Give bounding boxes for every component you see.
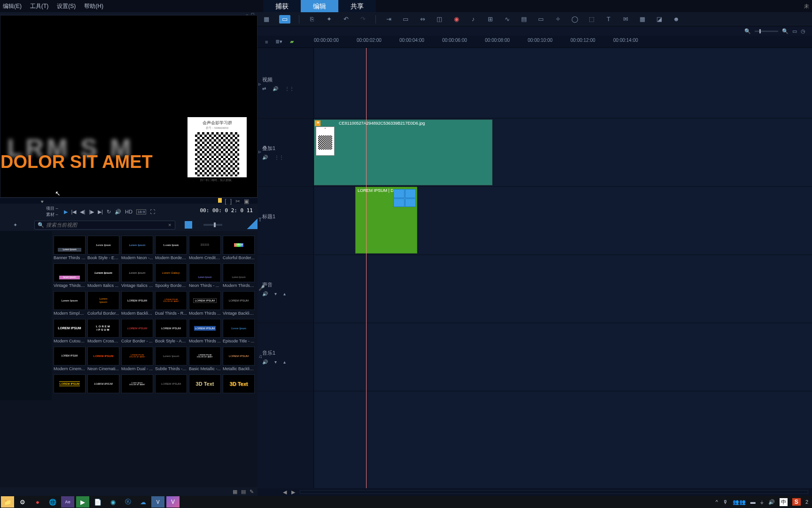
library-thumb[interactable]: LOREM IPSUMModern Backlig...: [121, 291, 153, 317]
mute-icon[interactable]: 🔊: [273, 86, 278, 91]
step-fwd-icon[interactable]: |▶: [89, 209, 94, 215]
library-thumb[interactable]: LOREM IPSUMColor Border - ...: [121, 319, 153, 345]
library-thumb[interactable]: LOREM IPSUMModern Thirds ...: [189, 291, 221, 317]
audio-icon[interactable]: ♪: [469, 15, 477, 24]
tray-ime[interactable]: 中: [780, 498, 788, 506]
step-back-icon[interactable]: ◀|: [80, 209, 85, 215]
tray-people-icon[interactable]: 👥👥: [733, 499, 746, 505]
library-thumb[interactable]: Lorem IpsumModern Thirds -...: [223, 263, 255, 289]
play-icon[interactable]: ▶: [64, 209, 68, 215]
volume-icon[interactable]: 🔊: [115, 209, 121, 215]
library-thumb[interactable]: Lorem IpsumVintage Italics -...: [121, 263, 153, 289]
tools-icon[interactable]: ✦: [325, 15, 333, 24]
library-thumb[interactable]: LOREM IPSUMModern Thirds ...: [189, 319, 221, 345]
stretch-icon[interactable]: ⇔: [418, 15, 427, 24]
ar-stickers-icon[interactable]: ☻: [672, 15, 680, 24]
track-music-header[interactable]: ♫ 音乐1 🔊 ▾ ▴: [258, 323, 313, 391]
library-thumb[interactable]: LOREM IPSUMMetallic Backlig...: [223, 347, 255, 373]
fullscreen-icon[interactable]: ⛶: [150, 209, 155, 214]
lane-video[interactable]: [314, 48, 812, 119]
library-thumb[interactable]: Lorem IpsumModern Border ...: [155, 236, 187, 262]
lib-tool-1-icon[interactable]: ▦: [233, 489, 237, 495]
timecode-display[interactable]: 00: 00: 0 2: 0 11: [200, 207, 253, 214]
library-thumb[interactable]: LOREM IPSUM: [155, 374, 187, 396]
library-category-sidebar[interactable]: [0, 231, 52, 400]
library-thumb[interactable]: Lorem IpsumModern Simple...: [54, 291, 86, 317]
library-search[interactable]: 🔍 ×: [34, 221, 175, 230]
undo-icon[interactable]: ↶: [342, 15, 350, 24]
fit-project-icon[interactable]: ⇥: [384, 15, 393, 24]
lane-voice[interactable]: [314, 255, 812, 323]
library-thumb[interactable]: 3D Text: [223, 374, 255, 396]
tab-capture[interactable]: 捕获: [263, 0, 301, 13]
expand-icon[interactable]: ▾: [274, 359, 277, 365]
tray-expand-icon[interactable]: ^: [716, 499, 718, 505]
tracking-icon[interactable]: ✧: [554, 15, 562, 24]
360-icon[interactable]: ⬚: [587, 15, 596, 24]
library-thumb[interactable]: Lorem GalaxySpooky Border ...: [155, 263, 187, 289]
tb-videostudio-icon[interactable]: V: [166, 496, 180, 508]
prev-frame-icon[interactable]: |◀: [71, 209, 77, 215]
tray-sogou-icon[interactable]: S: [792, 498, 801, 506]
lane-title[interactable]: LOREM IPSUM | DOL: [314, 187, 812, 255]
text-icon[interactable]: T: [604, 15, 613, 24]
library-thumb[interactable]: Lorem IpsumModern Neon -...: [121, 236, 153, 262]
pan-zoom-icon[interactable]: ▭: [401, 15, 410, 24]
next-frame-icon[interactable]: ▶|: [98, 209, 103, 215]
tb-chrome-icon[interactable]: 🌐: [46, 496, 59, 508]
library-thumb[interactable]: LOREM IPSUMModern Cutout ...: [54, 319, 86, 345]
tray-volume-icon[interactable]: 🔊: [768, 499, 775, 505]
collapse-icon[interactable]: ▴: [283, 359, 286, 365]
crop-icon[interactable]: ◫: [435, 15, 444, 24]
lane-overlay[interactable]: ★ CE81100527A294892C536339B217E0D6.jpg ●: [314, 119, 812, 187]
timeline-scrollbar[interactable]: [300, 490, 808, 494]
lock-icon[interactable]: ⋮⋮: [274, 155, 284, 160]
zoom-slider[interactable]: [755, 31, 778, 32]
library-thumb[interactable]: LOREMIPSUMModern Crossw...: [87, 319, 119, 345]
tb-media-icon[interactable]: ▶: [76, 496, 89, 508]
library-thumb[interactable]: Lorem IpsumDOLOR SIT AMET: [121, 374, 153, 396]
menu-help[interactable]: 帮助(H): [84, 2, 103, 10]
fx-icon[interactable]: ✦: [13, 222, 17, 228]
tray-icon-1[interactable]: 🎙: [723, 499, 728, 505]
scroll-left-icon[interactable]: ◀: [283, 489, 287, 495]
mute-icon[interactable]: 🔊: [262, 155, 268, 160]
mute-icon[interactable]: 🔊: [262, 359, 268, 365]
zoom-out-icon[interactable]: 🔍: [744, 28, 751, 34]
library-thumb[interactable]: 3D Text: [189, 374, 221, 396]
collapse-icon[interactable]: ▴: [283, 291, 286, 296]
library-thumb[interactable]: LoremIpsumColorful Border...: [87, 291, 119, 317]
scrub-handle[interactable]: [218, 198, 222, 203]
library-thumb[interactable]: LOREM IPSUMBook Style - Ap...: [155, 319, 187, 345]
library-thumb[interactable]: LOREM IPSUMDOLOR SIT AMETBasic Metallic …: [189, 347, 221, 373]
snapshot-icon[interactable]: ▣: [244, 198, 249, 205]
color-grade-icon[interactable]: ▦: [638, 15, 647, 24]
search-input[interactable]: [46, 222, 168, 228]
scroll-right-icon[interactable]: ▶: [291, 489, 295, 495]
zoom-in-icon[interactable]: 🔍: [782, 28, 789, 34]
tb-kugou-icon[interactable]: Ⓚ: [121, 496, 134, 508]
lib-tool-2-icon[interactable]: ▤: [241, 489, 246, 495]
mute-icon[interactable]: 🔊: [262, 291, 268, 296]
play-mode-labels[interactable]: 项目 – 素材 –: [46, 206, 58, 218]
library-thumb[interactable]: Lorem IpsumNeon Thirds - ...: [189, 263, 221, 289]
list-icon[interactable]: ≡: [265, 39, 268, 45]
tb-edge-icon[interactable]: ◉: [106, 496, 119, 508]
library-thumb[interactable]: LOREM IPSUMModern Cinem...: [54, 347, 86, 373]
title-clip[interactable]: LOREM IPSUM | DOL: [355, 187, 417, 254]
multi-trim-icon[interactable]: ⊞: [486, 15, 494, 24]
track-voice-header[interactable]: 🎤 声音 🔊 ▾ ▴: [258, 255, 313, 323]
library-thumb[interactable]: LOREM IPSUMDOLOR SIT AMETModern Dual - .…: [121, 347, 153, 373]
tb-ae-icon[interactable]: Ae: [61, 496, 74, 508]
mark-out-icon[interactable]: ]: [230, 198, 232, 205]
redo-icon[interactable]: ↷: [359, 15, 367, 24]
grid-view-icon[interactable]: [185, 221, 192, 229]
panel-collapse-icon[interactable]: [247, 219, 258, 229]
add-marker-icon[interactable]: ▰: [290, 39, 294, 45]
lib-tool-3-icon[interactable]: ✎: [250, 489, 254, 495]
tray-network-icon[interactable]: ⏚: [760, 499, 764, 505]
library-thumb[interactable]: LOREM IPSUMNeon Cinemati...: [87, 347, 119, 373]
menu-edit[interactable]: 编辑(E): [3, 2, 22, 10]
tray-clock[interactable]: 2: [805, 499, 808, 505]
chapter-icon[interactable]: ▤: [520, 15, 528, 24]
